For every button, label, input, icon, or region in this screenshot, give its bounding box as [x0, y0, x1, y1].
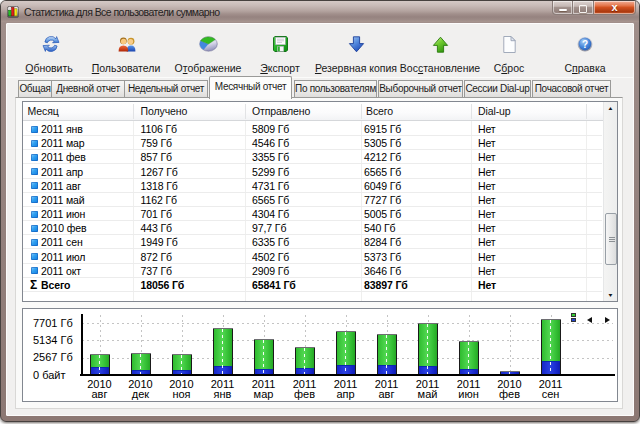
- svg-text:?: ?: [582, 39, 588, 50]
